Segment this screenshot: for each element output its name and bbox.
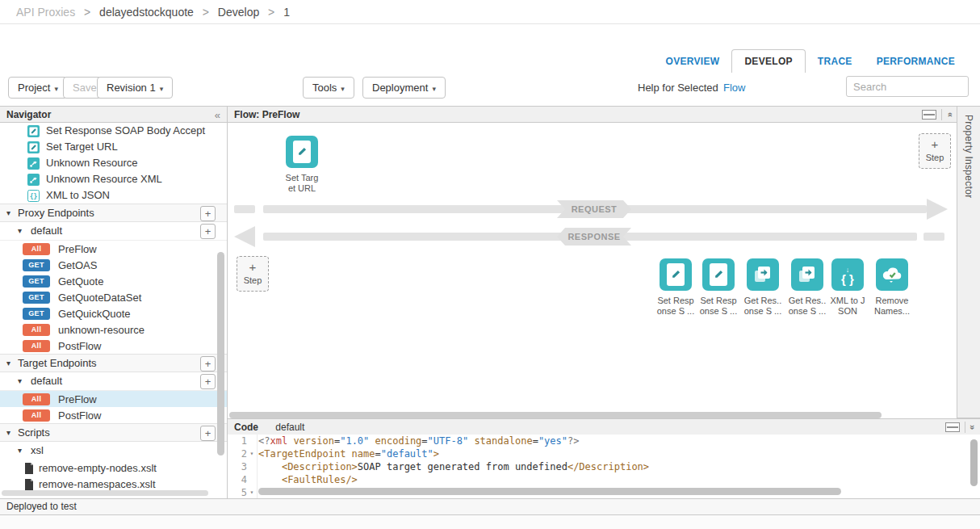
- flow-name: GetQuickQuote: [58, 308, 131, 320]
- nav-flow-row[interactable]: GET GetQuote: [0, 273, 227, 289]
- flow-step-remove-namespaces[interactable]: [876, 258, 908, 291]
- copy-arrow-icon: [752, 264, 773, 285]
- method-badge: All: [23, 409, 50, 422]
- fold-caret-icon: [247, 460, 257, 473]
- response-arrow-icon: [234, 226, 255, 247]
- flow-step-label: Set Targ et URL: [276, 173, 328, 194]
- policy-item[interactable]: Set Response SOAP Body Accept: [0, 123, 227, 139]
- flow-step-get-response[interactable]: [791, 258, 823, 291]
- collapse-panel-icon[interactable]: «: [215, 107, 220, 124]
- navigator-vertical-scrollbar[interactable]: [217, 252, 224, 456]
- help-flow-link[interactable]: Flow: [723, 82, 745, 94]
- arrow-icon: [27, 157, 40, 170]
- flow-panel: Flow: PreFlow » Set Targ et URL + Step: [228, 106, 957, 418]
- code-line-text: <?xml version="1.0" encoding="UTF-8" sta…: [257, 435, 579, 447]
- expander-caret-icon[interactable]: ▾: [6, 355, 10, 372]
- chevron-down-icon: ▾: [160, 85, 164, 93]
- split-view-icon[interactable]: [945, 422, 960, 432]
- nav-flow-row[interactable]: GET GetQuoteDataSet: [0, 289, 227, 305]
- add-proxy-endpoint-button[interactable]: +: [200, 206, 216, 221]
- code-line-text: <Description>SOAP target generated from …: [257, 460, 649, 473]
- fold-caret-icon: [247, 473, 257, 486]
- apigee-proxy-editor: API Proxies > delayedstockquote > Develo…: [0, 0, 980, 529]
- flow-name: GetOAS: [58, 259, 97, 271]
- policy-item[interactable]: Unknown Resource XML: [0, 171, 227, 187]
- nav-flow-row[interactable]: GET GetQuickQuote: [0, 305, 227, 321]
- policy-label: Unknown Resource: [46, 155, 137, 171]
- divider: [965, 422, 965, 433]
- collapse-up-icon[interactable]: »: [945, 112, 953, 117]
- tools-menu-button[interactable]: Tools▾: [303, 77, 354, 99]
- code-line-text: <TargetEndpoint name="default">: [257, 447, 439, 460]
- navigator-header: Navigator «: [0, 106, 227, 123]
- proxy-endpoint-default[interactable]: ▾ default +: [0, 222, 227, 241]
- project-menu-button[interactable]: Project▾: [8, 77, 68, 99]
- section-scripts[interactable]: ▾ Scripts +: [0, 423, 227, 442]
- nav-flow-row[interactable]: All PostFlow: [0, 338, 227, 354]
- flow-step-set-response[interactable]: [660, 258, 692, 291]
- add-flow-button[interactable]: +: [200, 374, 216, 389]
- flow-step-set-response[interactable]: [702, 258, 735, 291]
- divider: [941, 109, 942, 120]
- section-proxy-endpoints[interactable]: ▾ Proxy Endpoints +: [0, 204, 227, 222]
- add-target-endpoint-button[interactable]: +: [200, 356, 216, 372]
- nav-flow-row-selected[interactable]: All PreFlow: [0, 391, 227, 407]
- add-flow-button[interactable]: +: [200, 224, 216, 239]
- add-step-label: Step: [919, 153, 950, 162]
- braces-icon: {}: [27, 190, 40, 202]
- revision-menu-button[interactable]: Revision 1▾: [97, 77, 173, 99]
- search-input[interactable]: [846, 76, 969, 97]
- request-line-stub: [234, 205, 255, 213]
- code-horizontal-scrollbar[interactable]: [258, 488, 841, 495]
- tab-overview[interactable]: OVERVIEW: [654, 50, 732, 73]
- target-endpoint-default[interactable]: ▾ default +: [0, 372, 227, 391]
- code-line-text: <FaultRules/>: [257, 473, 358, 486]
- policy-item[interactable]: {} XML to JSON: [0, 187, 227, 204]
- nav-flow-row[interactable]: All PostFlow: [0, 407, 227, 423]
- add-step-button[interactable]: + Step: [237, 256, 269, 292]
- flow-horizontal-scrollbar[interactable]: [229, 412, 882, 418]
- line-number: 3: [228, 460, 247, 473]
- policy-label: Set Target URL: [46, 139, 118, 155]
- tab-performance[interactable]: PERFORMANCE: [865, 50, 967, 73]
- script-file-row[interactable]: remove-empty-nodes.xslt: [0, 460, 227, 477]
- section-target-endpoints[interactable]: ▾ Target Endpoints +: [0, 354, 227, 372]
- flow-step-label: Remove Names...: [866, 296, 918, 317]
- expander-caret-icon[interactable]: ▾: [18, 442, 22, 460]
- collapse-down-icon[interactable]: »: [969, 425, 977, 430]
- script-file-name: remove-empty-nodes.xslt: [39, 462, 157, 474]
- expander-caret-icon[interactable]: ▾: [6, 424, 10, 442]
- pencil-icon: [27, 141, 40, 153]
- flow-step-get-response[interactable]: [747, 258, 779, 291]
- expander-caret-icon[interactable]: ▾: [6, 204, 10, 222]
- flow-step-xml-to-json[interactable]: ↓ { }: [831, 258, 864, 291]
- fold-caret-icon[interactable]: ▾: [247, 486, 257, 498]
- breadcrumb-api-proxies[interactable]: API Proxies: [16, 6, 75, 19]
- expander-caret-icon[interactable]: ▾: [18, 372, 22, 390]
- status-bar: Deployed to test: [0, 498, 980, 515]
- fold-caret-icon[interactable]: ▾: [247, 447, 257, 460]
- code-vertical-scrollbar[interactable]: [970, 439, 978, 486]
- policy-item[interactable]: Set Target URL: [0, 139, 227, 155]
- tab-develop[interactable]: DEVELOP: [731, 49, 805, 73]
- flow-step-set-target-url[interactable]: [286, 136, 318, 168]
- flow-canvas[interactable]: Set Targ et URL + Step REQUEST RESPONSE …: [228, 123, 957, 418]
- add-step-button[interactable]: + Step: [919, 133, 951, 169]
- code-editor[interactable]: 1<?xml version="1.0" encoding="UTF-8" st…: [228, 435, 980, 498]
- nav-flow-row[interactable]: All PreFlow: [0, 241, 227, 257]
- scripts-group-xsl[interactable]: ▾ xsl: [0, 442, 227, 460]
- policy-item[interactable]: Unknown Resource: [0, 155, 227, 171]
- expander-caret-icon[interactable]: ▾: [18, 222, 22, 240]
- nav-flow-row[interactable]: All unknown-resource: [0, 321, 227, 338]
- add-script-button[interactable]: +: [200, 426, 216, 441]
- property-inspector-strip[interactable]: Property Inspector: [957, 106, 980, 418]
- split-view-icon[interactable]: [922, 110, 936, 120]
- tab-trace[interactable]: TRACE: [806, 50, 865, 73]
- navigator-horizontal-scrollbar[interactable]: [2, 490, 208, 496]
- code-line: 3 <Description>SOAP target generated fro…: [228, 460, 980, 473]
- deployment-menu-button[interactable]: Deployment▾: [362, 77, 446, 99]
- breadcrumb-revision: 1: [283, 6, 290, 19]
- section-title: Target Endpoints: [18, 357, 97, 369]
- code-line: 2▾<TargetEndpoint name="default">: [228, 447, 980, 460]
- nav-flow-row[interactable]: GET GetOAS: [0, 257, 227, 273]
